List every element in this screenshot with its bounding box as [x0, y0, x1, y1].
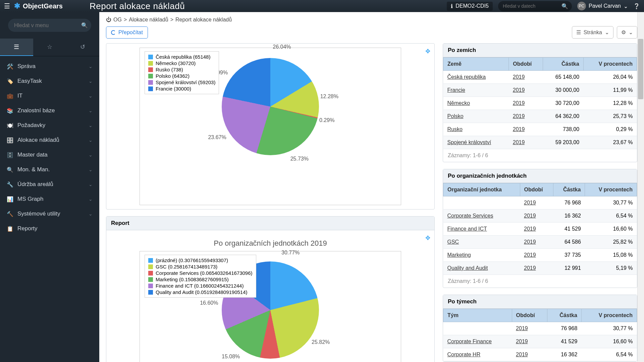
sidebar-item[interactable]: 🔨 Systémové utility ⌄ [0, 206, 99, 221]
cell-link[interactable]: Polsko [447, 113, 464, 119]
move-icon[interactable]: ✥ [425, 234, 430, 242]
legend-item[interactable]: Spojené království (59203) [148, 79, 215, 85]
column-header[interactable]: Období [509, 58, 543, 71]
help-icon[interactable]: ❔ [633, 3, 640, 9]
cell-link[interactable]: Finance and ICT [447, 226, 487, 232]
menu-search-input[interactable] [14, 22, 81, 28]
column-header[interactable]: Částka [547, 309, 581, 322]
nav-icon: 🔧 [7, 181, 13, 188]
sidebar-item[interactable]: 🏷️ EasyTask ⌄ [0, 74, 99, 88]
sidebar-item[interactable]: 🍽️ Požadavky ⌄ [0, 118, 99, 133]
tab-history[interactable]: ↺ [66, 39, 99, 56]
cell-link[interactable]: 2019 [524, 213, 536, 219]
cell-link[interactable]: Rusko [447, 126, 463, 132]
sidebar-item[interactable]: 📊 MS Graph ⌄ [0, 192, 99, 206]
environment-badge[interactable]: ℹ DEMO2-CDI5 [447, 2, 493, 11]
move-icon[interactable]: ✥ [425, 48, 430, 55]
legend-item[interactable]: Česká republika (65148) [148, 54, 215, 60]
global-search[interactable]: 🔍 [498, 1, 572, 11]
legend-item[interactable]: Rusko (738) [148, 66, 215, 73]
sidebar-item[interactable]: 🎛️ Alokace nákladů ⌄ [0, 133, 99, 147]
nav-label: MS Graph [17, 196, 43, 202]
topbar: ☰ ✱ ObjectGears Report alokace nákladů ℹ… [0, 0, 644, 12]
cell-link[interactable]: 2019 [524, 252, 536, 258]
cell-link[interactable]: Corporate HR [447, 352, 481, 357]
cell-link[interactable]: Marketing [447, 252, 471, 258]
table-panel-orgunits: Po organizačních jednotkách Organizační … [443, 169, 637, 288]
sidebar-item[interactable]: 🔧 Údržba areálů ⌄ [0, 177, 99, 192]
cell-link[interactable]: 2019 [524, 239, 536, 245]
nav-label: Reporty [17, 225, 38, 232]
gear-icon: ⚙ [621, 29, 626, 36]
column-header[interactable]: V procentech [581, 309, 637, 322]
cell-link[interactable]: 2019 [516, 339, 528, 344]
teams-table: TýmObdobíČástkaV procentech201976 96830,… [443, 309, 637, 361]
settings-dropdown[interactable]: ⚙ ⌄ [617, 26, 637, 39]
breadcrumb-root[interactable]: OG [113, 17, 122, 23]
tab-menu[interactable]: ☰ [0, 39, 33, 56]
column-header[interactable]: V procentech [583, 58, 637, 71]
cell-link[interactable]: Francie [447, 87, 465, 93]
menu-toggle-icon[interactable]: ☰ [4, 2, 10, 10]
column-header[interactable]: Období [512, 309, 547, 322]
legend-item[interactable]: (prázdné) (0.307661559493307) [148, 257, 253, 263]
cell-link[interactable]: Německo [447, 100, 470, 106]
column-header[interactable]: Země [443, 58, 509, 71]
cell-link[interactable]: Quality and Audit [447, 265, 488, 271]
breadcrumb-mid[interactable]: Alokace nákladů [129, 17, 168, 23]
column-header[interactable]: Období [520, 183, 553, 196]
menu-search[interactable]: 🔍 [8, 19, 91, 32]
cell-link[interactable]: 2019 [524, 265, 536, 271]
sidebar-item[interactable]: 🔍 Mon. & Man. ⌄ [0, 162, 99, 177]
column-header[interactable]: Částka [553, 183, 585, 196]
table-title: Po zemích [443, 44, 637, 57]
legend-item[interactable]: Quality and Audit (0.0519284809190514) [148, 289, 253, 295]
cell-link[interactable]: Česká republika [447, 74, 486, 80]
legend-item[interactable]: Polsko (64362) [148, 73, 215, 79]
column-header[interactable]: Částka [543, 58, 583, 71]
sidebar-item[interactable]: 📋 Reporty [0, 221, 99, 236]
orgunits-table: Organizační jednotkaObdobíČástkaV procen… [443, 183, 637, 275]
tab-favorites[interactable]: ☆ [33, 39, 66, 56]
legend-item[interactable]: Německo (30720) [148, 60, 215, 66]
cell-link[interactable]: 2019 [513, 139, 525, 145]
app-logo[interactable]: ✱ ObjectGears [14, 2, 63, 10]
column-header[interactable]: V procentech [585, 183, 637, 196]
column-header[interactable]: Tým [443, 309, 512, 322]
cell-link[interactable]: 2019 [524, 200, 536, 205]
cell-link[interactable]: 2019 [513, 100, 525, 106]
sidebar-item[interactable]: 🗄️ Master data ⌄ [0, 147, 99, 162]
user-menu[interactable]: PC Pavel Carvan ⌄ ❔ [577, 2, 640, 10]
legend-item[interactable]: Francie (30000) [148, 85, 215, 92]
global-search-input[interactable] [503, 3, 561, 9]
legend-item[interactable]: Finance and ICT (0.166002454321244) [148, 283, 253, 289]
cell-link[interactable]: 2019 [513, 74, 525, 80]
cell-link[interactable]: 2019 [516, 325, 528, 331]
cell-link[interactable]: Spojené království [447, 139, 491, 145]
cell-link[interactable]: GSC [447, 239, 459, 245]
cell-link[interactable]: Corporate Finance [447, 339, 492, 344]
legend-item[interactable]: Marketing (0.150836827609915) [148, 276, 253, 283]
cell-link[interactable]: Corporate Services [447, 213, 493, 219]
nav-icon: 📋 [7, 226, 13, 232]
table-title: Po týmech [443, 295, 637, 309]
legend-item[interactable]: GSC (0.258167413489173) [148, 263, 253, 270]
page-dropdown[interactable]: ☰ Stránka ⌄ [572, 26, 613, 39]
cell-link[interactable]: 2019 [513, 113, 525, 119]
column-header[interactable]: Organizační jednotka [443, 183, 520, 196]
legend-item[interactable]: Corporate Services (0.0654032641673096) [148, 270, 253, 276]
cell-link[interactable]: 2019 [524, 226, 536, 232]
cell-link[interactable]: 2019 [513, 87, 525, 93]
power-icon[interactable]: ⏻ [106, 17, 111, 23]
nav-label: IT [17, 93, 22, 99]
sidebar-item[interactable]: 🛠️ Správa ⌄ [0, 59, 99, 74]
info-icon: ℹ [451, 3, 453, 9]
scrollbar-thumb[interactable] [638, 39, 643, 99]
cell-link[interactable]: 2019 [516, 352, 528, 357]
sidebar-item[interactable]: 📚 Znalostní báze ⌄ [0, 103, 99, 118]
main-content: ⏻ OG > Alokace nákladů > Report alokace … [99, 12, 644, 362]
recalculate-button[interactable]: Přepočítat [106, 26, 148, 39]
cell-link[interactable]: 2019 [513, 126, 525, 132]
sidebar-item[interactable]: 💼 IT ⌄ [0, 88, 99, 103]
scrollbar[interactable] [637, 12, 644, 362]
